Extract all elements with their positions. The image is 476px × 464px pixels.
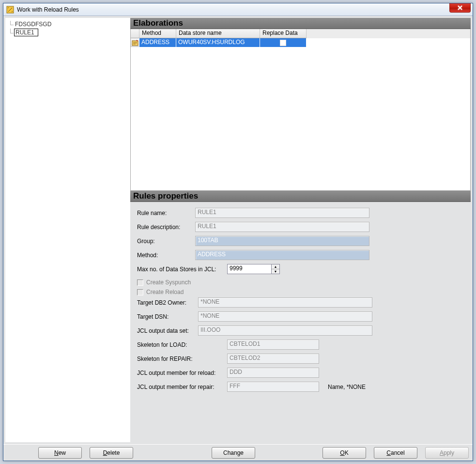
tree-item[interactable]: RULE1 — [8, 29, 127, 37]
tree-item-label: RULE1 — [14, 29, 38, 36]
window-title: Work with Reload Rules — [17, 6, 446, 14]
elaborations-header: Elaborations — [130, 18, 471, 29]
rule-description-field[interactable]: RULE1 — [195, 222, 369, 232]
create-syspunch-checkbox — [137, 279, 143, 286]
jcl-member-reload-field[interactable]: DDD — [227, 368, 319, 378]
rules-properties-header: Rules properties — [130, 191, 471, 202]
window-buttons — [449, 3, 471, 15]
label-group: Group: — [137, 238, 195, 245]
client-area: FDSGDFSGD RULE1 Elaborations Method Data… — [3, 16, 473, 461]
close-button[interactable] — [449, 3, 471, 13]
change-button[interactable]: Change — [212, 447, 255, 459]
row-icon — [131, 38, 139, 47]
label-method: Method: — [137, 252, 195, 259]
checkbox-icon[interactable] — [280, 40, 286, 46]
jcl-output-ds-field[interactable]: III.OOO — [198, 325, 372, 336]
grid-row[interactable]: ADDRESS OWUR40SV.HSURDLOG — [131, 38, 470, 47]
grid-header-replace[interactable]: Replace Data — [260, 29, 307, 38]
rules-properties-panel: Rule name: RULE1 Rule description: RULE1… — [130, 202, 471, 442]
app-icon — [6, 6, 14, 14]
row-replace[interactable] — [260, 38, 307, 47]
max-stores-input[interactable]: 9999 — [227, 264, 272, 274]
label-jcl-output-ds: JCL output data set: — [137, 327, 198, 334]
grid-header-icon — [131, 29, 139, 38]
tree-item[interactable]: FDSGDFSGD — [8, 21, 127, 29]
window-frame: Work with Reload Rules FDSGDFSGD RULE1 — [3, 3, 473, 461]
main-layout: FDSGDFSGD RULE1 Elaborations Method Data… — [3, 16, 473, 444]
label-skeleton-repair: Skeleton for REPAIR: — [137, 356, 227, 362]
grid-header-method[interactable]: Method — [139, 29, 176, 38]
label-jcl-member-repair: JCL output member for repair: — [137, 384, 227, 390]
method-field[interactable]: ADDRESS — [195, 250, 369, 260]
button-bar: New Delete Change OK Cancel Apply — [3, 444, 473, 461]
rules-tree[interactable]: FDSGDFSGD RULE1 — [5, 18, 130, 442]
right-panel: Elaborations Method Data store name Repl… — [130, 18, 471, 442]
skeleton-repair-field[interactable]: CBTELOD2 — [227, 354, 319, 364]
target-db2-field[interactable]: *NONE — [198, 297, 372, 308]
label-rule-name: Rule name: — [137, 210, 195, 217]
titlebar[interactable]: Work with Reload Rules — [3, 3, 473, 16]
row-method: ADDRESS — [139, 38, 176, 47]
label-create-syspunch: Create Syspunch — [146, 279, 191, 286]
label-skeleton-load: Skeleton for LOAD: — [137, 341, 227, 348]
label-jcl-member-reload: JCL output member for reload: — [137, 370, 227, 376]
label-target-dsn: Target DSN: — [137, 313, 198, 320]
spinner-buttons[interactable]: ▲ ▼ — [272, 264, 280, 274]
ok-button[interactable]: OK — [322, 447, 366, 459]
grid-header-row: Method Data store name Replace Data — [131, 29, 470, 38]
name-hint: Name, *NONE — [328, 384, 366, 390]
jcl-member-repair-field[interactable]: FFF — [227, 382, 319, 392]
tree-item-label: FDSGDFSGD — [14, 21, 52, 28]
delete-button[interactable]: Delete — [90, 447, 133, 459]
target-dsn-field[interactable]: *NONE — [198, 311, 372, 322]
skeleton-load-field[interactable]: CBTELOD1 — [227, 340, 319, 350]
group-field[interactable]: 100TAB — [195, 236, 369, 246]
create-reload-checkbox — [137, 289, 143, 295]
apply-button: Apply — [425, 447, 469, 459]
label-target-db2: Target DB2 Owner: — [137, 299, 198, 306]
label-create-reload: Create Reload — [146, 289, 184, 295]
new-button[interactable]: New — [38, 447, 82, 459]
label-max-stores: Max no. of Data Stores in JCL: — [137, 266, 227, 273]
cancel-button[interactable]: Cancel — [374, 447, 417, 459]
max-stores-stepper[interactable]: 9999 ▲ ▼ — [227, 264, 280, 274]
rule-name-field[interactable]: RULE1 — [195, 208, 369, 218]
row-datastore: OWUR40SV.HSURDLOG — [176, 38, 260, 47]
elaborations-grid[interactable]: Method Data store name Replace Data — [130, 29, 471, 191]
spin-down-icon[interactable]: ▼ — [272, 269, 279, 274]
spin-up-icon[interactable]: ▲ — [272, 264, 279, 269]
grid-header-datastore[interactable]: Data store name — [176, 29, 260, 38]
label-rule-description: Rule description: — [137, 224, 195, 231]
